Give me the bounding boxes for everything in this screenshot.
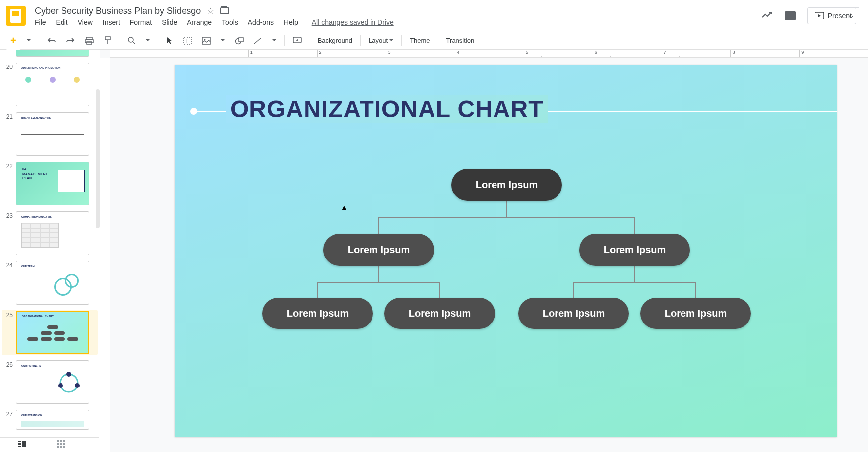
menu-insert[interactable]: Insert	[103, 18, 120, 26]
shape-tool[interactable]	[231, 34, 248, 48]
menu-arrange[interactable]: Arrange	[187, 18, 212, 26]
document-title[interactable]: Cyber Security Business Plan by Slidesgo	[35, 6, 201, 16]
menu-slide[interactable]: Slide	[162, 18, 177, 26]
svg-rect-19	[18, 446, 21, 447]
svg-rect-24	[57, 443, 59, 445]
svg-rect-21	[57, 440, 59, 442]
menu-file[interactable]: File	[35, 18, 46, 26]
new-slide-dropdown[interactable]	[23, 36, 35, 45]
thumbnail-scrollbar[interactable]	[96, 89, 100, 228]
separator	[310, 35, 310, 46]
thumbnail-row[interactable]: 20 ADVERTISING AND PROMOTION	[2, 62, 98, 107]
textbox-tool[interactable]: T	[179, 34, 196, 48]
connector	[378, 217, 379, 234]
connector	[634, 266, 635, 282]
present-play-icon	[815, 12, 824, 19]
thumbnail-row-selected[interactable]: 25 ORGANIZATIONAL CHART	[2, 310, 98, 355]
thumbnail-number: 23	[4, 211, 13, 219]
thumbnail-preview[interactable]: BREAK-EVEN ANALYSIS	[16, 112, 89, 156]
thumbnail-row[interactable]: 22 04 MANAGEMENT PLAN	[2, 161, 98, 206]
slide-canvas[interactable]: ORGANIZATIONAL CHART Lorem	[175, 65, 837, 437]
undo-button[interactable]	[43, 34, 60, 47]
slide-title[interactable]: ORGANIZATIONAL CHART	[226, 95, 548, 123]
org-node-l3-1[interactable]: Lorem Ipsum	[262, 298, 373, 329]
thumbnail-preview[interactable]: ORGANIZATIONAL CHART	[16, 311, 89, 354]
print-button[interactable]	[81, 34, 98, 48]
thumbnail-row[interactable]	[2, 50, 98, 58]
comment-tool[interactable]	[289, 34, 306, 48]
svg-rect-26	[63, 443, 65, 445]
thumbnail-number: 24	[4, 261, 13, 269]
present-dropdown[interactable]	[847, 7, 856, 24]
thumbnail-row[interactable]: 24 OUR TEAM	[2, 260, 98, 306]
app-header: Cyber Security Business Plan by Slidesgo…	[0, 0, 868, 32]
menu-addons[interactable]: Add-ons	[248, 18, 274, 26]
menu-edit[interactable]: Edit	[56, 18, 68, 26]
transition-button[interactable]: Transition	[442, 34, 479, 47]
menu-format[interactable]: Format	[130, 18, 152, 26]
select-tool[interactable]	[162, 34, 177, 48]
move-folder-icon[interactable]	[220, 7, 229, 14]
thumbnail-row[interactable]: 23 COMPETITION ANALYSIS	[2, 210, 98, 256]
activity-dashboard-icon[interactable]	[761, 9, 773, 23]
background-button[interactable]: Background	[314, 34, 356, 47]
menu-help[interactable]: Help	[284, 18, 298, 26]
zoom-dropdown[interactable]	[142, 36, 154, 45]
slides-app-icon[interactable]	[6, 6, 26, 26]
star-icon[interactable]: ☆	[207, 6, 214, 16]
svg-rect-23	[63, 440, 65, 442]
thumbnail-preview[interactable]: OUR TEAM	[16, 261, 89, 305]
new-slide-button[interactable]: +	[6, 31, 21, 50]
plus-icon: +	[10, 35, 16, 46]
org-node-l3-2[interactable]: Lorem Ipsum	[384, 298, 495, 329]
layout-button[interactable]: Layout	[365, 34, 397, 47]
svg-point-13	[60, 374, 78, 392]
thumbnail-preview[interactable]: COMPETITION ANALYSIS	[16, 211, 89, 255]
connector	[439, 282, 440, 298]
line-dropdown[interactable]	[268, 36, 280, 45]
image-dropdown[interactable]	[217, 36, 229, 45]
thumbnail-preview[interactable]	[16, 50, 89, 57]
menu-tools[interactable]: Tools	[222, 18, 238, 26]
line-tool[interactable]	[249, 34, 266, 48]
comments-icon[interactable]	[785, 11, 796, 20]
thumbnail-number: 25	[4, 311, 13, 319]
connector	[317, 282, 318, 298]
canvas-area[interactable]: 1 2 3 4 5 6 7 8 9 ORGANIZATIONAL CHART	[100, 50, 868, 452]
svg-point-14	[66, 372, 71, 377]
svg-point-15	[58, 383, 63, 388]
menu-view[interactable]: View	[78, 18, 93, 26]
thumbnail-preview[interactable]: OUR PARTNERS	[16, 360, 89, 404]
org-node-root[interactable]: Lorem Ipsum	[451, 169, 562, 201]
connector	[573, 282, 574, 298]
chevron-down-icon	[849, 15, 854, 18]
theme-button[interactable]: Theme	[406, 34, 434, 47]
svg-rect-28	[60, 446, 62, 448]
separator	[401, 35, 402, 46]
thumbnail-preview[interactable]: ADVERTISING AND PROMOTION	[16, 63, 89, 106]
thumbnail-row[interactable]: 26 OUR PARTNERS	[2, 359, 98, 405]
thumbnail-row[interactable]: 21 BREAK-EVEN ANALYSIS	[2, 111, 98, 157]
thumbnail-row[interactable]: 27 OUR EXPANSION	[2, 409, 98, 431]
org-node-l2-right[interactable]: Lorem Ipsum	[579, 234, 690, 266]
save-status[interactable]: All changes saved in Drive	[312, 18, 394, 26]
svg-point-16	[75, 383, 80, 388]
menu-bar: File Edit View Insert Format Slide Arran…	[35, 18, 761, 26]
separator	[158, 35, 158, 46]
thumbnail-preview[interactable]: OUR EXPANSION	[16, 410, 89, 430]
svg-rect-18	[18, 443, 21, 445]
filmstrip-view-icon[interactable]	[18, 440, 27, 451]
org-node-l3-3[interactable]: Lorem Ipsum	[518, 298, 629, 329]
horizontal-ruler: 1 2 3 4 5 6 7 8 9	[110, 50, 868, 58]
redo-button[interactable]	[62, 34, 79, 47]
thumbnail-preview[interactable]: 04 MANAGEMENT PLAN	[16, 162, 89, 205]
separator	[438, 35, 438, 46]
org-node-l2-left[interactable]: Lorem Ipsum	[323, 234, 434, 266]
zoom-button[interactable]	[124, 34, 140, 48]
org-node-l3-4[interactable]: Lorem Ipsum	[640, 298, 751, 329]
thumbnail-panel[interactable]: 20 ADVERTISING AND PROMOTION 21 BREAK-EV…	[0, 50, 100, 452]
paint-format-button[interactable]	[100, 33, 116, 48]
connector	[317, 282, 439, 283]
image-tool[interactable]	[198, 34, 215, 48]
grid-view-icon[interactable]	[57, 440, 65, 451]
